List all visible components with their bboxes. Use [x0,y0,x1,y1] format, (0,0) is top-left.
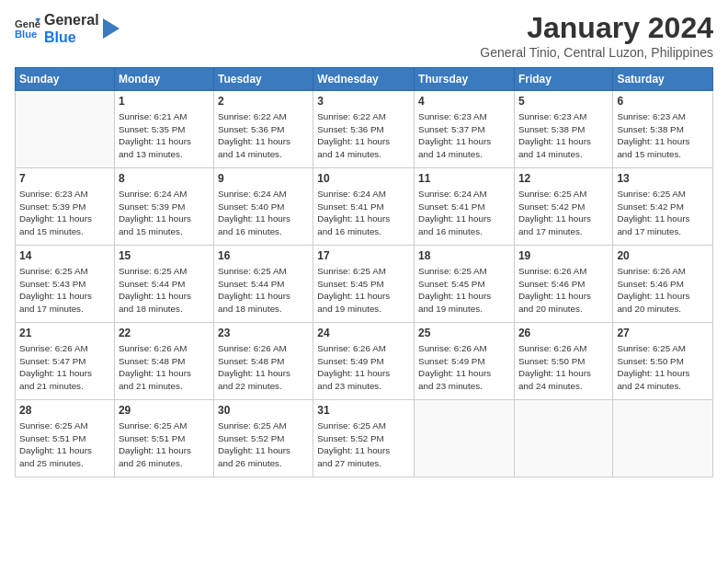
day-number: 21 [19,326,110,341]
calendar-cell: 8Sunrise: 6:24 AMSunset: 5:39 PMDaylight… [114,168,213,246]
day-number: 9 [218,171,309,187]
calendar-cell: 20Sunrise: 6:26 AMSunset: 5:46 PMDayligh… [613,246,713,323]
day-info: Sunrise: 6:26 AMSunset: 5:48 PMDaylight:… [218,342,309,393]
day-info: Sunrise: 6:22 AMSunset: 5:36 PMDaylight:… [317,110,410,161]
calendar-cell: 9Sunrise: 6:24 AMSunset: 5:40 PMDaylight… [213,168,313,246]
day-number: 31 [317,403,410,419]
calendar-cell: 29Sunrise: 6:25 AMSunset: 5:51 PMDayligh… [114,400,213,477]
day-info: Sunrise: 6:25 AMSunset: 5:50 PMDaylight:… [617,342,709,393]
calendar-cell: 19Sunrise: 6:26 AMSunset: 5:46 PMDayligh… [514,246,612,323]
calendar-cell [415,400,515,477]
day-info: Sunrise: 6:25 AMSunset: 5:44 PMDaylight:… [119,265,210,316]
calendar-cell [514,400,612,477]
calendar-cell: 26Sunrise: 6:26 AMSunset: 5:50 PMDayligh… [514,323,612,400]
day-info: Sunrise: 6:25 AMSunset: 5:43 PMDaylight:… [19,265,110,316]
day-info: Sunrise: 6:22 AMSunset: 5:36 PMDaylight:… [218,110,309,161]
day-number: 8 [119,171,210,187]
day-info: Sunrise: 6:25 AMSunset: 5:51 PMDaylight:… [119,419,210,470]
day-number: 17 [317,248,410,264]
day-info: Sunrise: 6:26 AMSunset: 5:50 PMDaylight:… [518,342,609,393]
calendar-cell: 25Sunrise: 6:26 AMSunset: 5:49 PMDayligh… [415,323,515,400]
day-info: Sunrise: 6:25 AMSunset: 5:45 PMDaylight:… [418,265,510,316]
day-info: Sunrise: 6:23 AMSunset: 5:37 PMDaylight:… [418,110,510,161]
calendar-cell: 16Sunrise: 6:25 AMSunset: 5:44 PMDayligh… [213,246,313,323]
calendar-cell: 30Sunrise: 6:25 AMSunset: 5:52 PMDayligh… [213,400,313,477]
calendar-header-row: SundayMondayTuesdayWednesdayThursdayFrid… [16,68,713,91]
day-number: 15 [119,248,210,264]
day-info: Sunrise: 6:25 AMSunset: 5:52 PMDaylight:… [317,419,410,470]
day-number: 7 [19,171,110,187]
day-info: Sunrise: 6:24 AMSunset: 5:41 PMDaylight:… [317,188,410,238]
calendar-week-row: 7Sunrise: 6:23 AMSunset: 5:39 PMDaylight… [16,168,713,246]
title-block: January 2024 General Tinio, Central Luzo… [480,11,713,60]
calendar-week-row: 14Sunrise: 6:25 AMSunset: 5:43 PMDayligh… [16,246,713,323]
svg-marker-3 [103,18,119,39]
calendar-cell: 18Sunrise: 6:25 AMSunset: 5:45 PMDayligh… [415,246,515,323]
calendar-cell: 10Sunrise: 6:24 AMSunset: 5:41 PMDayligh… [313,168,415,246]
day-number: 27 [617,326,709,341]
day-number: 2 [218,94,309,109]
svg-text:Blue: Blue [15,29,37,40]
day-number: 22 [119,326,210,341]
calendar-cell: 22Sunrise: 6:26 AMSunset: 5:48 PMDayligh… [114,323,213,400]
day-number: 16 [218,248,309,264]
calendar-cell: 15Sunrise: 6:25 AMSunset: 5:44 PMDayligh… [114,246,213,323]
calendar-cell: 28Sunrise: 6:25 AMSunset: 5:51 PMDayligh… [16,400,115,477]
day-number: 30 [218,403,309,419]
day-info: Sunrise: 6:25 AMSunset: 5:51 PMDaylight:… [19,419,110,470]
calendar-cell: 31Sunrise: 6:25 AMSunset: 5:52 PMDayligh… [313,400,415,477]
logo-icon: General Blue [15,16,40,41]
day-info: Sunrise: 6:25 AMSunset: 5:42 PMDaylight:… [617,188,709,238]
calendar-cell: 1Sunrise: 6:21 AMSunset: 5:35 PMDaylight… [114,91,213,168]
day-info: Sunrise: 6:23 AMSunset: 5:39 PMDaylight:… [19,188,110,238]
day-number: 6 [617,94,709,109]
calendar-header-friday: Friday [514,68,612,91]
calendar-cell: 21Sunrise: 6:26 AMSunset: 5:47 PMDayligh… [16,323,115,400]
subtitle: General Tinio, Central Luzon, Philippine… [480,45,713,60]
day-number: 4 [418,94,510,109]
calendar-cell [16,91,115,168]
calendar-cell: 23Sunrise: 6:26 AMSunset: 5:48 PMDayligh… [213,323,313,400]
day-number: 12 [518,171,609,187]
calendar-cell: 24Sunrise: 6:26 AMSunset: 5:49 PMDayligh… [313,323,415,400]
calendar-header-monday: Monday [114,68,213,91]
logo: General Blue General Blue [15,11,119,46]
logo-text-blue: Blue [44,29,99,46]
calendar-week-row: 28Sunrise: 6:25 AMSunset: 5:51 PMDayligh… [16,400,713,477]
day-number: 3 [317,94,410,109]
calendar-cell: 27Sunrise: 6:25 AMSunset: 5:50 PMDayligh… [613,323,713,400]
day-number: 10 [317,171,410,187]
calendar-cell: 12Sunrise: 6:25 AMSunset: 5:42 PMDayligh… [514,168,612,246]
day-number: 23 [218,326,309,341]
day-number: 14 [19,248,110,264]
day-info: Sunrise: 6:24 AMSunset: 5:41 PMDaylight:… [418,188,510,238]
calendar-table: SundayMondayTuesdayWednesdayThursdayFrid… [15,67,713,477]
calendar-cell: 13Sunrise: 6:25 AMSunset: 5:42 PMDayligh… [613,168,713,246]
day-number: 18 [418,248,510,264]
calendar-cell: 5Sunrise: 6:23 AMSunset: 5:38 PMDaylight… [514,91,612,168]
day-number: 5 [518,94,609,109]
calendar-cell: 11Sunrise: 6:24 AMSunset: 5:41 PMDayligh… [415,168,515,246]
day-info: Sunrise: 6:25 AMSunset: 5:52 PMDaylight:… [218,419,309,470]
day-number: 19 [518,248,609,264]
day-info: Sunrise: 6:24 AMSunset: 5:39 PMDaylight:… [119,188,210,238]
calendar-cell [613,400,713,477]
day-info: Sunrise: 6:25 AMSunset: 5:44 PMDaylight:… [218,265,309,316]
day-info: Sunrise: 6:26 AMSunset: 5:49 PMDaylight:… [418,342,510,393]
day-info: Sunrise: 6:25 AMSunset: 5:45 PMDaylight:… [317,265,410,316]
day-number: 13 [617,171,709,187]
day-info: Sunrise: 6:26 AMSunset: 5:49 PMDaylight:… [317,342,410,393]
calendar-header-tuesday: Tuesday [213,68,313,91]
calendar-cell: 4Sunrise: 6:23 AMSunset: 5:37 PMDaylight… [415,91,515,168]
calendar-cell: 6Sunrise: 6:23 AMSunset: 5:38 PMDaylight… [613,91,713,168]
calendar-cell: 3Sunrise: 6:22 AMSunset: 5:36 PMDaylight… [313,91,415,168]
day-number: 24 [317,326,410,341]
day-number: 25 [418,326,510,341]
calendar-cell: 7Sunrise: 6:23 AMSunset: 5:39 PMDaylight… [16,168,115,246]
day-number: 20 [617,248,709,264]
calendar-header-saturday: Saturday [613,68,713,91]
day-info: Sunrise: 6:26 AMSunset: 5:48 PMDaylight:… [119,342,210,393]
day-number: 26 [518,326,609,341]
calendar-week-row: 1Sunrise: 6:21 AMSunset: 5:35 PMDaylight… [16,91,713,168]
calendar-header-thursday: Thursday [415,68,515,91]
